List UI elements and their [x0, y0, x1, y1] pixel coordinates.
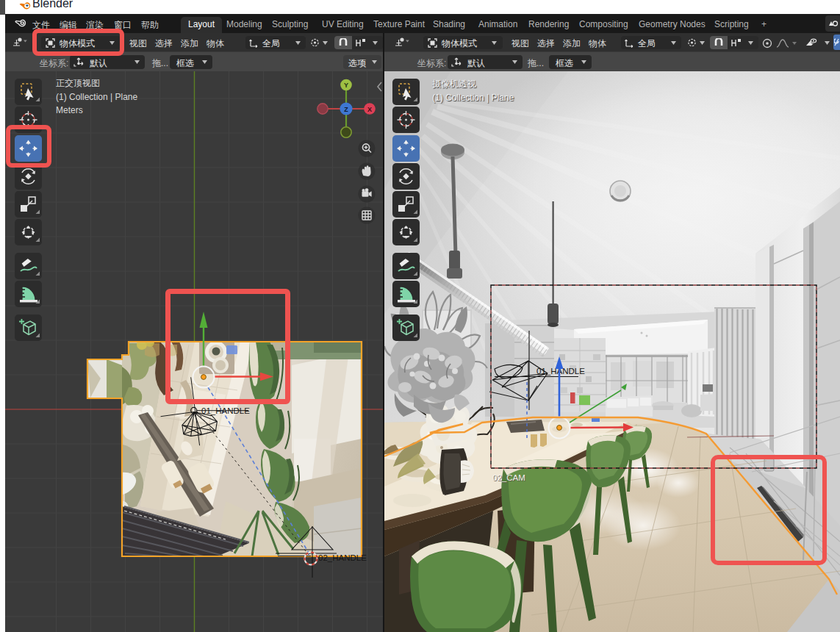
svg-text:(1) Collection | Plane: (1) Collection | Plane: [56, 92, 137, 102]
svg-text:01_HANDLE: 01_HANDLE: [201, 406, 250, 415]
svg-text:Z: Z: [344, 106, 348, 113]
svg-text:Y: Y: [344, 82, 348, 89]
svg-text:X: X: [367, 106, 372, 113]
svg-text:(1) Collection | Plane: (1) Collection | Plane: [432, 93, 514, 103]
svg-text:Meters: Meters: [56, 105, 83, 115]
svg-text:正交顶视图: 正交顶视图: [56, 78, 100, 88]
svg-text:摄像机透视: 摄像机透视: [431, 79, 476, 89]
svg-text:02_CAM: 02_CAM: [492, 473, 525, 482]
svg-text:02_HANDLE: 02_HANDLE: [318, 553, 367, 562]
